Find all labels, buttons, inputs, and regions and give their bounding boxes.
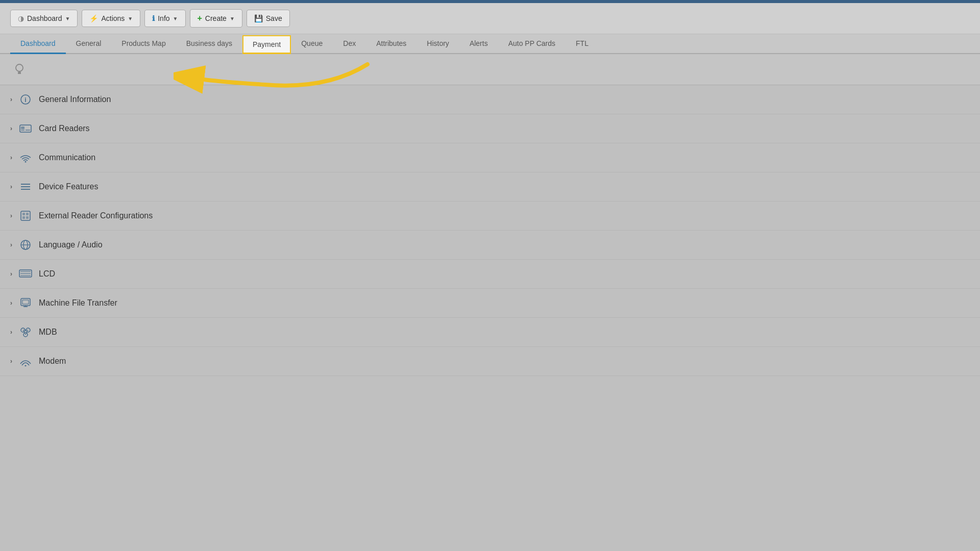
toolbar: Dashboard ▼ ⚡ Actions ▼ ℹ Info ▼ + Creat… [0, 3, 980, 34]
actions-icon: ⚡ [89, 14, 98, 22]
tab-queue[interactable]: Queue [291, 34, 333, 54]
dashboard-label: Dashboard [27, 14, 62, 22]
info-button[interactable]: ℹ Info ▼ [144, 10, 185, 27]
svg-point-0 [16, 64, 23, 71]
chevron-right-icon: › [10, 125, 12, 132]
modem-icon [18, 354, 33, 368]
tab-alerts[interactable]: Alerts [459, 34, 498, 54]
actions-button[interactable]: ⚡ Actions ▼ [82, 10, 140, 27]
tab-business-days[interactable]: Business days [176, 34, 242, 54]
chevron-right-icon: › [10, 154, 12, 161]
chevron-right-icon: › [10, 358, 12, 365]
chevron-right-icon: › [10, 212, 12, 219]
info-chevron-icon: ▼ [173, 16, 178, 21]
item-label: Machine File Transfer [39, 298, 117, 308]
tab-payment[interactable]: Payment [242, 35, 291, 54]
svg-point-36 [25, 365, 27, 367]
item-label: Communication [39, 153, 95, 162]
item-label: LCD [39, 269, 55, 279]
main-content: › i General Information › Card Readers [0, 54, 980, 551]
item-external-reader[interactable]: › External Reader Configurations [0, 202, 980, 231]
info-item-icon: i [18, 92, 33, 107]
tab-products-map[interactable]: Products Map [111, 34, 176, 54]
create-chevron-icon: ▼ [230, 16, 235, 21]
dashboard-chevron-icon: ▼ [65, 16, 70, 21]
save-button[interactable]: 💾 Save [247, 10, 290, 27]
save-icon: 💾 [254, 14, 263, 22]
create-button[interactable]: + Create ▼ [190, 9, 242, 28]
tabs-container: Dashboard General Products Map Business … [0, 34, 980, 54]
bulb-icon [10, 60, 29, 79]
info-icon: ℹ [152, 14, 155, 22]
item-communication[interactable]: › Communication [0, 143, 980, 172]
chevron-right-icon: › [10, 241, 12, 248]
svg-text:i: i [24, 96, 26, 104]
item-label: External Reader Configurations [39, 211, 153, 220]
item-label: Modem [39, 357, 66, 366]
chevron-right-icon: › [10, 183, 12, 190]
svg-rect-16 [26, 213, 29, 215]
chevron-right-icon: › [10, 299, 12, 307]
svg-rect-27 [22, 300, 29, 304]
machine-icon [18, 296, 33, 310]
tab-attributes[interactable]: Attributes [366, 34, 416, 54]
tab-history[interactable]: History [416, 34, 459, 54]
svg-point-10 [25, 161, 27, 163]
tab-ftl[interactable]: FTL [566, 34, 599, 54]
item-label: MDB [39, 328, 57, 337]
item-card-readers[interactable]: › Card Readers [0, 114, 980, 143]
item-language-audio[interactable]: › Language / Audio [0, 231, 980, 260]
mdb-icon [18, 325, 33, 339]
app-container: Dashboard ▼ ⚡ Actions ▼ ℹ Info ▼ + Creat… [0, 3, 980, 551]
svg-rect-7 [21, 127, 24, 129]
section-header [0, 54, 980, 85]
save-label: Save [266, 14, 282, 22]
item-mdb[interactable]: › MDB [0, 318, 980, 347]
svg-rect-17 [22, 216, 25, 219]
lcd-icon [18, 267, 33, 281]
dashboard-icon [18, 14, 24, 22]
create-label: Create [205, 14, 227, 22]
card-icon [18, 121, 33, 136]
dashboard-button[interactable]: Dashboard ▼ [10, 10, 78, 27]
tab-dashboard[interactable]: Dashboard [10, 34, 66, 54]
reader-icon [18, 209, 33, 223]
item-machine-file-transfer[interactable]: › Machine File Transfer [0, 289, 980, 318]
chevron-right-icon: › [10, 270, 12, 278]
item-label: Card Readers [39, 124, 90, 133]
svg-rect-14 [21, 211, 30, 220]
language-icon [18, 238, 33, 252]
item-label: Device Features [39, 182, 99, 191]
create-icon: + [198, 14, 202, 23]
chevron-right-icon: › [10, 96, 12, 103]
item-general-information[interactable]: › i General Information [0, 85, 980, 114]
item-device-features[interactable]: › Device Features [0, 172, 980, 202]
svg-rect-18 [26, 216, 29, 219]
device-icon [18, 180, 33, 194]
item-modem[interactable]: › Modem [0, 347, 980, 376]
actions-label: Actions [101, 14, 125, 22]
tab-auto-pp-cards[interactable]: Auto PP Cards [498, 34, 566, 54]
svg-rect-15 [22, 213, 25, 215]
chevron-right-icon: › [10, 329, 12, 336]
tab-general[interactable]: General [66, 34, 112, 54]
item-label: Language / Audio [39, 240, 103, 249]
info-label: Info [158, 14, 169, 22]
actions-chevron-icon: ▼ [128, 16, 133, 21]
tab-dex[interactable]: Dex [333, 34, 366, 54]
comm-icon [18, 151, 33, 165]
item-label: General Information [39, 95, 111, 104]
item-lcd[interactable]: › LCD [0, 260, 980, 289]
